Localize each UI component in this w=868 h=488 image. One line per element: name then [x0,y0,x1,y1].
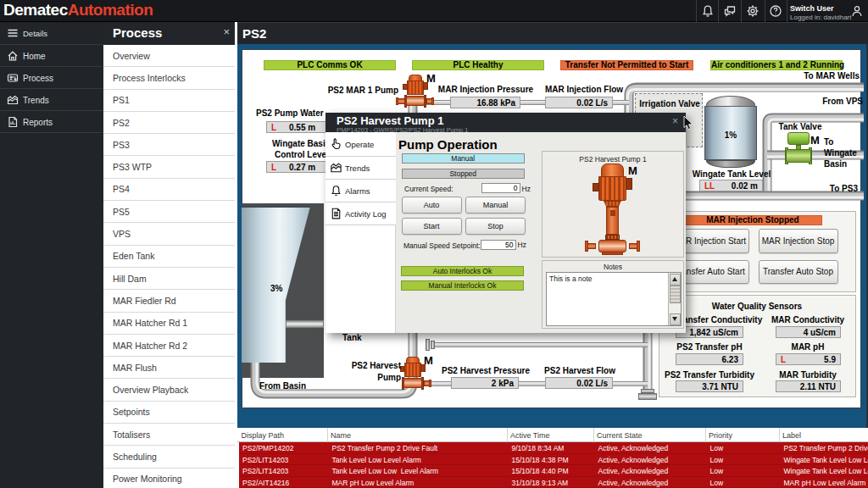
transfer-auto-stop-button[interactable]: Transfer Auto Stop [759,260,838,285]
process-menu-item[interactable]: PS1 [103,90,235,112]
scroll-up-button[interactable] [670,274,681,286]
column-header[interactable]: Display Path [242,431,285,440]
alarm-row[interactable]: PS2/LIT14203Tank Level Low Level Alarm15… [239,454,868,466]
popup-menu-item-operate[interactable]: Operate [326,132,396,157]
to-wingate-basin-label-3: Basin [824,159,847,169]
sidebar-item-home[interactable]: Home [0,45,103,67]
process-menu-item[interactable]: MAR Hatcher Rd 1 [103,313,235,335]
pump-popup: PS2 Harvest Pump 1 PMP14203 - GWRS/PS2/P… [326,113,686,333]
divider [765,0,765,22]
hamburger-menu-icon [7,27,19,39]
pump-water-label: PS2 Pump Water [256,108,324,118]
notes-textarea[interactable]: This is a note [546,272,682,326]
tank-valve-motor-label: M [810,134,820,147]
messages-icon[interactable] [723,4,737,18]
column-header[interactable]: Name [331,431,351,440]
transfer-turbidity-value: 3.71 NTU [676,380,743,392]
sidebar-item-trends[interactable]: Trends [0,89,103,111]
process-menu-item[interactable]: PS2 [103,112,235,134]
stop-button[interactable]: Stop [465,218,526,235]
process-menu-item[interactable]: PS3 [103,134,235,156]
process-menu-item[interactable]: Power Monitoring [103,469,235,488]
from-basin-label: From Basin [259,381,306,391]
process-menu-item[interactable]: MAR Flush [103,357,235,379]
process-menu-item[interactable]: PS3 WTP [103,157,235,179]
process-menu-item[interactable]: PS4 [103,179,235,201]
injection-flow-value: 0.02 L/s [545,97,613,108]
setpoint-unit: Hz [518,241,526,249]
wingate-tank-level-value: LL0.02 m [699,180,763,191]
scrollbar[interactable] [668,273,681,325]
notes-text: This is a note [549,274,593,283]
help-icon[interactable] [769,4,782,18]
setpoint-input[interactable]: 50 [481,240,516,250]
mar-injection-stop-button[interactable]: MAR Injection Stop [759,229,838,253]
popup-menu-item-alarms[interactable]: Alarms [326,180,396,202]
close-icon[interactable]: × [223,25,230,38]
process-menu-item[interactable]: Scheduling [103,446,235,468]
sidebar-item-reports[interactable]: Reports [0,111,103,133]
process-menu-item[interactable]: Setpoints [103,402,235,424]
from-vps-label: From VPS [822,97,863,106]
column-header[interactable]: Active Time [510,431,550,440]
process-menu-item[interactable]: Process Interlocks [103,67,235,89]
sidebar-item-label: Home [23,51,46,60]
alarm-table-header: Display Path Name Active Time Current St… [237,428,868,442]
activity-log-icon [330,208,342,220]
notifications-bell-icon[interactable] [701,4,715,18]
alarm-row[interactable]: PS2/PMP14202PS2 Transfer Pump 2 Drive Fa… [239,442,868,454]
transfer-turbidity-label: PS2 Transfer Turbidity [665,370,754,380]
process-menu-item[interactable]: VPS [103,223,235,245]
process-panel-title: Process [113,25,162,40]
process-menu-item[interactable]: Overview Playback [103,380,235,402]
switch-user-button[interactable]: Switch User [790,4,834,13]
process-menu-item[interactable]: PS5 [103,201,235,223]
process-menu-item[interactable]: Eden Tank [103,246,235,268]
to-mar-wells-label: To MAR Wells [804,71,860,80]
scroll-down-button[interactable] [670,313,681,325]
alarm-row[interactable]: PS2/AIT14216MAR pH Low Level Alarm31/10/… [239,477,868,488]
process-menu: Overview Process Interlocks PS1 PS2 PS3 … [103,22,235,488]
brand-dematec: Dematec [3,1,68,19]
popup-header[interactable]: PS2 Harvest Pump 1 PMP14203 - GWRS/PS2/P… [326,113,686,132]
wingate-tank-level-label: Wingate Tank Level [693,169,771,179]
scroll-thumb[interactable] [670,286,681,303]
notes-title: Notes [542,263,683,271]
process-menu-item[interactable]: Overview [103,45,235,67]
process-menu-item[interactable]: Totalisers [103,424,235,446]
process-menu-item[interactable]: MAR Fiedler Rd [103,290,235,312]
process-menu-item[interactable]: MAR Hatcher Rd 2 [103,335,235,357]
process-menu-item[interactable]: Hill Dam [103,268,235,290]
harvest-pressure-value: 2 kPa [451,377,519,389]
sidebar-item-details[interactable]: Details [0,22,103,45]
process-panel-header: Process × [103,22,235,45]
sidebar-item-label: Reports [23,117,53,126]
pump-graphic [585,164,644,257]
alarm-bell-icon [330,185,342,197]
motor-m-label: M [424,354,433,367]
manual-button[interactable]: Manual [465,197,526,214]
user-avatar-icon[interactable] [850,4,864,18]
mar-conductivity-label: MAR Conductivity [771,315,844,324]
to-wingate-basin-label-2: Wingate [824,148,857,158]
auto-button[interactable]: Auto [402,197,462,214]
auto-interlocks-indicator: Auto Interlocks Ok [401,266,524,276]
popup-menu-item-trends[interactable]: Trends [326,157,396,180]
column-header[interactable]: Current State [597,431,643,440]
status-banner-aircon: Air conditioners 1 and 2 Running [710,60,843,70]
popup-menu: Operate Trends Alarms Activity Log [326,132,396,333]
manual-interlocks-indicator: Manual Interlocks Ok [401,280,524,291]
current-speed-input[interactable]: 0 [481,183,520,193]
alarm-row[interactable]: PS2/LIT14203Tank Level Low Low Level Ala… [239,465,868,477]
column-header[interactable]: Label [782,431,801,440]
sidebar-item-label: Trends [23,95,49,104]
sidebar-item-process[interactable]: Process [0,67,103,89]
popup-close-icon[interactable]: × [672,115,678,127]
sidebar-item-label: Process [23,73,53,82]
start-button[interactable]: Start [402,218,462,235]
column-header[interactable]: Priority [709,431,732,440]
popup-menu-item-activity-log[interactable]: Activity Log [326,202,396,225]
to-ps3-label: To PS3 [830,184,858,193]
settings-gear-icon[interactable] [746,4,760,18]
screen: DematecAutomation Switch User Logged in:… [0,0,868,488]
